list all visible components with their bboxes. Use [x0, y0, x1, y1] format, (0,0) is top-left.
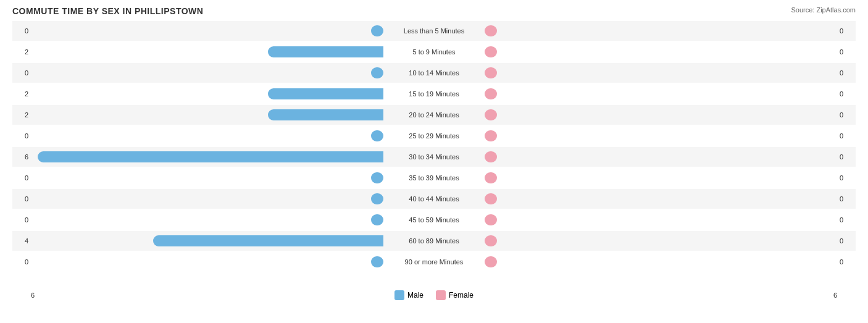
right-value: 0 [837, 69, 856, 77]
right-value: 0 [837, 216, 856, 224]
left-value: 0 [12, 132, 31, 140]
bar-left-container [31, 105, 385, 125]
right-value: 0 [837, 237, 856, 245]
bar-left-container [31, 189, 385, 209]
bar-right-container [483, 84, 837, 104]
chart-row: 0 35 to 39 Minutes 0 [12, 168, 856, 188]
male-bar [371, 25, 383, 36]
bar-right-container [483, 252, 837, 272]
male-bar [268, 88, 383, 99]
female-bar [485, 67, 497, 78]
left-value: 0 [12, 258, 31, 266]
left-value: 0 [12, 174, 31, 182]
left-value: 2 [12, 90, 31, 98]
right-value: 0 [837, 174, 856, 182]
legend-female: Female [436, 290, 474, 300]
male-bar [371, 172, 383, 183]
row-label: Less than 5 Minutes [385, 27, 483, 35]
chart-row: 0 10 to 14 Minutes 0 [12, 63, 856, 83]
male-bar [268, 46, 383, 57]
row-label: 10 to 14 Minutes [385, 69, 483, 77]
female-bar [485, 172, 497, 183]
female-bar [485, 214, 497, 225]
legend-male: Male [394, 290, 424, 300]
bar-right-container [483, 63, 837, 83]
male-bar [371, 130, 383, 141]
row-label: 90 or more Minutes [385, 258, 483, 266]
chart-row: 0 Less than 5 Minutes 0 [12, 21, 856, 41]
row-label: 15 to 19 Minutes [385, 90, 483, 98]
female-color-swatch [436, 290, 446, 300]
bar-right-container [483, 231, 837, 251]
chart-row: 2 15 to 19 Minutes 0 [12, 84, 856, 104]
chart-row: 2 5 to 9 Minutes 0 [12, 42, 856, 62]
female-bar [485, 151, 497, 162]
row-label: 40 to 44 Minutes [385, 195, 483, 203]
bar-left-container [31, 84, 385, 104]
bar-left-container [31, 168, 385, 188]
chart-area: 0 Less than 5 Minutes 0 2 5 to 9 Minutes… [12, 21, 856, 287]
row-label: 5 to 9 Minutes [385, 48, 483, 56]
bar-right-container [483, 21, 837, 41]
row-label: 60 to 89 Minutes [385, 237, 483, 245]
bar-right-container [483, 42, 837, 62]
bar-right-container [483, 105, 837, 125]
bar-left-container [31, 126, 385, 146]
female-bar [485, 256, 497, 267]
bar-left-container [31, 63, 385, 83]
bar-right-container [483, 189, 837, 209]
male-bar [268, 109, 383, 120]
row-label: 20 to 24 Minutes [385, 111, 483, 119]
left-value: 0 [12, 69, 31, 77]
right-value: 0 [837, 111, 856, 119]
male-color-swatch [394, 290, 404, 300]
left-value: 4 [12, 237, 31, 245]
female-bar [485, 88, 497, 99]
chart-container: COMMUTE TIME BY SEX IN PHILLIPSTOWN Sour… [0, 0, 868, 323]
row-label: 30 to 34 Minutes [385, 153, 483, 161]
chart-footer: 6 Male Female 6 [12, 290, 856, 300]
row-label: 45 to 59 Minutes [385, 216, 483, 224]
bar-right-container [483, 168, 837, 188]
row-label: 25 to 29 Minutes [385, 132, 483, 140]
male-bar [371, 214, 383, 225]
chart-title: COMMUTE TIME BY SEX IN PHILLIPSTOWN [12, 6, 856, 16]
bar-left-container [31, 231, 385, 251]
male-bar [38, 151, 383, 162]
chart-row: 0 45 to 59 Minutes 0 [12, 210, 856, 230]
left-value: 0 [12, 216, 31, 224]
left-value: 0 [12, 195, 31, 203]
right-value: 0 [837, 258, 856, 266]
chart-row: 4 60 to 89 Minutes 0 [12, 231, 856, 251]
legend: Male Female [394, 290, 474, 300]
bar-right-container [483, 147, 837, 167]
bar-left-container [31, 21, 385, 41]
bar-right-container [483, 126, 837, 146]
chart-row: 0 40 to 44 Minutes 0 [12, 189, 856, 209]
chart-row: 2 20 to 24 Minutes 0 [12, 105, 856, 125]
bar-left-container [31, 42, 385, 62]
right-value: 0 [837, 48, 856, 56]
male-bar [371, 193, 383, 204]
bar-left-container [31, 252, 385, 272]
chart-row: 0 25 to 29 Minutes 0 [12, 126, 856, 146]
female-bar [485, 25, 497, 36]
female-bar [485, 235, 497, 246]
male-bar [371, 256, 383, 267]
right-value: 0 [837, 195, 856, 203]
male-bar [153, 235, 383, 246]
bar-left-container [31, 147, 385, 167]
male-bar [371, 67, 383, 78]
footer-left-value: 6 [31, 292, 35, 299]
right-value: 0 [837, 90, 856, 98]
bar-right-container [483, 210, 837, 230]
right-value: 0 [837, 153, 856, 161]
left-value: 0 [12, 27, 31, 35]
female-bar [485, 109, 497, 120]
footer-right-value: 6 [833, 292, 837, 299]
chart-row: 6 30 to 34 Minutes 0 [12, 147, 856, 167]
female-bar [485, 193, 497, 204]
bar-left-container [31, 210, 385, 230]
female-bar [485, 46, 497, 57]
chart-row: 0 90 or more Minutes 0 [12, 252, 856, 272]
